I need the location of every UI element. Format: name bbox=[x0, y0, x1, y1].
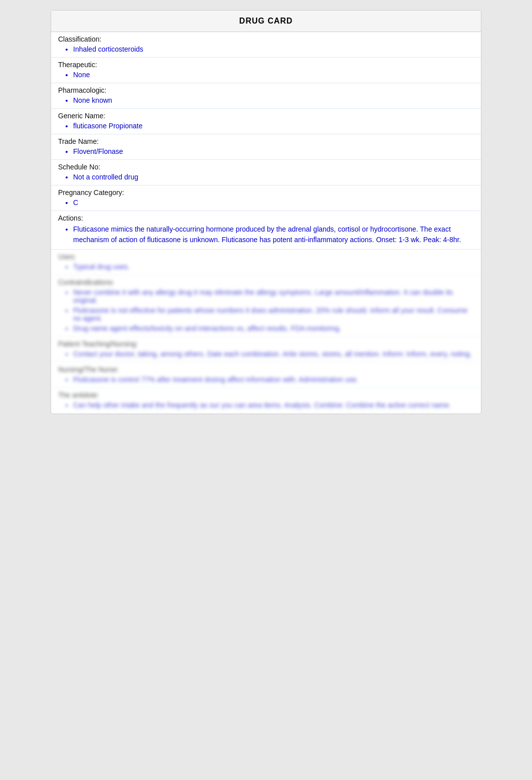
section-nursing-nurse: Nursing/The Nurse: Fluticasone is contro… bbox=[51, 362, 481, 388]
list-item: Fluticasone mimics the naturally-occurri… bbox=[73, 223, 474, 246]
list-item: Contact your doctor, taking, among other… bbox=[73, 349, 474, 359]
section-pregnancy-category: Pregnancy Category: C bbox=[51, 185, 481, 211]
section-patient-teaching: Patient Teaching/Nursing: Contact your d… bbox=[51, 337, 481, 362]
section-label-classification: Classification: bbox=[58, 35, 474, 43]
section-label-pharmacologic: Pharmacologic: bbox=[58, 86, 474, 94]
list-item: None bbox=[73, 70, 474, 80]
list-item: C bbox=[73, 198, 474, 208]
list-item: None known bbox=[73, 95, 474, 105]
section-contraindications: Contraindications: Never combine it with… bbox=[51, 275, 481, 337]
list-item: Fluticasone is control 77% after treatme… bbox=[73, 374, 474, 384]
section-label-trade-name: Trade Name: bbox=[58, 137, 474, 145]
card-title: DRUG CARD bbox=[51, 11, 481, 32]
section-label-schedule-no: Schedule No: bbox=[58, 163, 474, 171]
section-label-contraindications: Contraindications: bbox=[58, 278, 474, 286]
section-generic-name: Generic Name: fluticasone Propionate bbox=[51, 109, 481, 134]
section-trade-name: Trade Name: Flovent/Flonase bbox=[51, 134, 481, 160]
section-classification: Classification: Inhaled corticosteroids bbox=[51, 32, 481, 58]
section-uses: Uses: Typical drug uses. bbox=[51, 250, 481, 275]
list-item: fluticasone Propionate bbox=[73, 121, 474, 131]
list-item: Typical drug uses. bbox=[73, 262, 474, 272]
list-item: Fluticasone is not effective for patient… bbox=[73, 305, 474, 323]
section-therapeutic: Therapeutic: None bbox=[51, 58, 481, 83]
list-item: Drug name agent effects/toxicity on and … bbox=[73, 323, 474, 333]
section-label-pregnancy-category: Pregnancy Category: bbox=[58, 188, 474, 197]
list-item: Not a controlled drug bbox=[73, 172, 474, 182]
section-label-patient-teaching: Patient Teaching/Nursing: bbox=[58, 340, 474, 348]
list-item: Never combine it with any allergy drug i… bbox=[73, 287, 474, 305]
section-label-generic-name: Generic Name: bbox=[58, 112, 474, 120]
section-label-antidote: The antidote: bbox=[58, 391, 474, 399]
list-item: Inhaled corticosteroids bbox=[73, 44, 474, 54]
page-wrapper: DRUG CARD Classification: Inhaled cortic… bbox=[0, 0, 532, 780]
section-antidote: The antidote: Can help other intake and … bbox=[51, 388, 481, 414]
list-item: Can help other intake and the frequently… bbox=[73, 400, 474, 410]
section-pharmacologic: Pharmacologic: None known bbox=[51, 83, 481, 109]
section-label-nursing-nurse: Nursing/The Nurse: bbox=[58, 365, 474, 373]
section-schedule-no: Schedule No: Not a controlled drug bbox=[51, 160, 481, 185]
section-label-actions: Actions: bbox=[58, 214, 474, 222]
list-item: Flovent/Flonase bbox=[73, 146, 474, 156]
section-label-therapeutic: Therapeutic: bbox=[58, 61, 474, 69]
section-actions: Actions: Fluticasone mimics the naturall… bbox=[51, 211, 481, 250]
drug-card: DRUG CARD Classification: Inhaled cortic… bbox=[51, 10, 481, 414]
section-label-uses: Uses: bbox=[58, 253, 474, 261]
